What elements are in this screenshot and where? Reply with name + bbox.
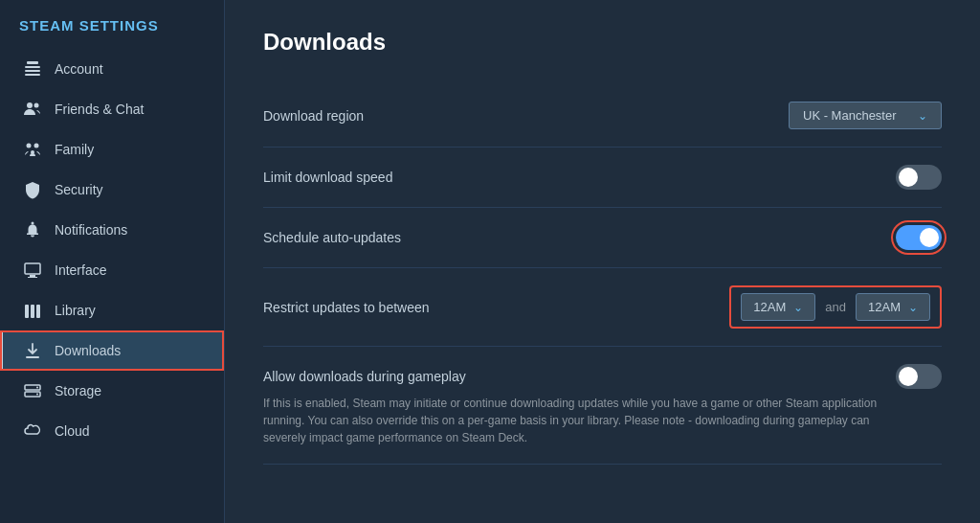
sidebar-item-notifications-label: Notifications: [55, 222, 127, 238]
sidebar-item-downloads[interactable]: Downloads: [0, 330, 224, 371]
family-icon: [22, 139, 43, 160]
limit-download-speed-toggle[interactable]: [896, 165, 942, 190]
svg-rect-15: [36, 305, 40, 318]
sidebar-item-interface-label: Interface: [55, 262, 106, 278]
sidebar-item-library[interactable]: Library: [0, 290, 224, 330]
sidebar-item-security[interactable]: Security: [0, 170, 224, 210]
sidebar-item-account[interactable]: Account: [0, 49, 224, 89]
schedule-auto-updates-row: Schedule auto-updates: [263, 208, 942, 268]
svg-point-20: [36, 394, 38, 396]
svg-rect-2: [25, 70, 40, 72]
sidebar-item-account-label: Account: [55, 61, 103, 77]
toggle-thumb: [899, 168, 918, 187]
time-range-control: 12AM ⌄ and 12AM ⌄: [729, 285, 942, 329]
svg-rect-0: [27, 61, 38, 64]
svg-rect-1: [25, 66, 40, 68]
and-text: and: [825, 300, 846, 314]
limit-download-speed-label: Limit download speed: [263, 170, 392, 185]
svg-point-6: [27, 144, 32, 148]
sidebar-item-family-label: Family: [55, 142, 94, 157]
sidebar-item-cloud-label: Cloud: [55, 423, 90, 439]
cloud-icon: [22, 421, 43, 442]
sidebar-item-security-label: Security: [55, 182, 103, 197]
limit-download-speed-row: Limit download speed: [263, 148, 942, 208]
svg-rect-10: [25, 263, 40, 274]
sidebar-item-cloud[interactable]: Cloud: [0, 411, 224, 451]
sidebar-item-friends[interactable]: Friends & Chat: [0, 89, 224, 129]
download-region-label: Download region: [263, 108, 364, 124]
svg-point-5: [34, 103, 39, 108]
allow-downloads-gameplay-toggle[interactable]: [896, 364, 942, 389]
time-to-value: 12AM: [868, 300, 901, 314]
download-region-row: Download region UK - Manchester ⌄: [263, 84, 942, 148]
page-title: Downloads: [263, 29, 942, 56]
schedule-auto-updates-toggle[interactable]: [896, 225, 942, 250]
chevron-down-icon: ⌄: [918, 109, 927, 123]
sidebar-item-storage-label: Storage: [55, 383, 101, 398]
toggle-thumb: [920, 228, 939, 247]
security-icon: [22, 179, 43, 200]
svg-point-9: [32, 222, 34, 225]
svg-rect-11: [30, 275, 35, 277]
allow-downloads-gameplay-description: If this is enabled, Steam may initiate o…: [263, 395, 914, 446]
account-icon: [22, 58, 43, 80]
toggle-track-on[interactable]: [896, 225, 942, 250]
sidebar-item-friends-label: Friends & Chat: [55, 102, 144, 117]
restrict-updates-label: Restrict updates to between: [263, 300, 430, 315]
chevron-down-icon: ⌄: [908, 301, 918, 314]
chevron-down-icon: ⌄: [793, 301, 803, 314]
toggle-track[interactable]: [896, 364, 942, 389]
svg-rect-14: [31, 305, 34, 318]
sidebar-item-downloads-label: Downloads: [55, 343, 121, 358]
allow-downloads-gameplay-row: Allow downloads during gameplay If this …: [263, 347, 942, 465]
time-to-picker[interactable]: 12AM ⌄: [856, 293, 930, 321]
downloads-icon: [22, 340, 43, 361]
sidebar-title: STEAM SETTINGS: [0, 0, 224, 49]
notifications-icon: [22, 219, 43, 240]
svg-point-7: [34, 144, 39, 148]
svg-rect-16: [26, 356, 39, 358]
svg-rect-3: [25, 74, 40, 76]
sidebar-item-family[interactable]: Family: [0, 129, 224, 170]
download-region-dropdown[interactable]: UK - Manchester ⌄: [789, 102, 942, 129]
svg-rect-12: [28, 277, 37, 278]
main-content: Downloads Download region UK - Mancheste…: [225, 0, 980, 523]
schedule-auto-updates-label: Schedule auto-updates: [263, 230, 401, 245]
time-from-value: 12AM: [753, 300, 786, 314]
sidebar: STEAM SETTINGS Account Friends & Chat Fa…: [0, 0, 225, 523]
restrict-updates-row: Restrict updates to between 12AM ⌄ and 1…: [263, 268, 942, 347]
toggle-thumb: [899, 367, 918, 386]
toggle-track[interactable]: [896, 165, 942, 190]
time-from-picker[interactable]: 12AM ⌄: [741, 293, 815, 321]
sidebar-item-notifications[interactable]: Notifications: [0, 210, 224, 250]
allow-downloads-gameplay-top: Allow downloads during gameplay: [263, 364, 942, 389]
storage-icon: [22, 380, 43, 401]
sidebar-item-library-label: Library: [55, 303, 96, 318]
svg-rect-13: [25, 305, 29, 318]
svg-point-4: [27, 102, 33, 108]
interface-icon: [22, 260, 43, 281]
allow-downloads-gameplay-label: Allow downloads during gameplay: [263, 369, 466, 384]
friends-icon: [22, 99, 43, 120]
svg-point-19: [36, 387, 38, 389]
sidebar-item-storage[interactable]: Storage: [0, 371, 224, 411]
sidebar-item-interface[interactable]: Interface: [0, 250, 224, 290]
library-icon: [22, 300, 43, 321]
download-region-value: UK - Manchester: [803, 108, 897, 123]
